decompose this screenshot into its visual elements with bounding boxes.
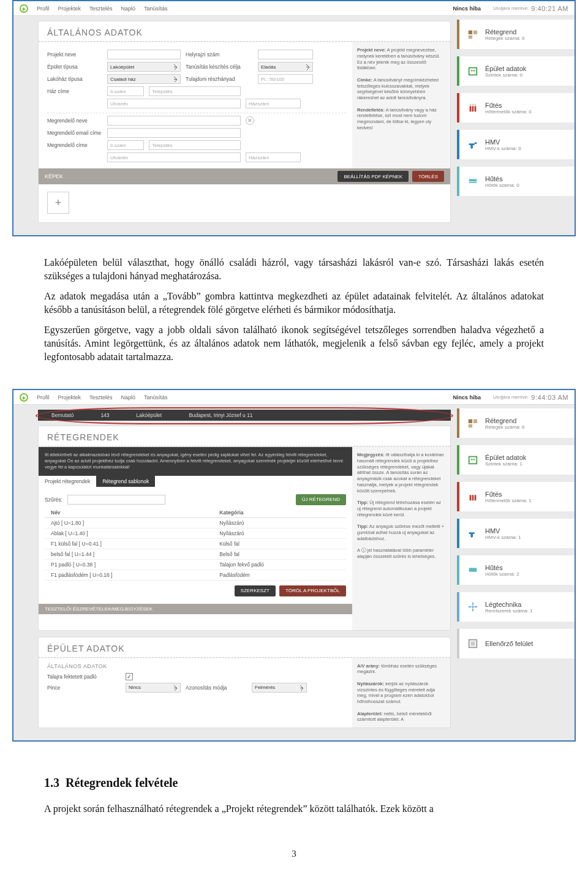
filter-label: Szűrés:: [45, 497, 62, 503]
input-street[interactable]: Utcanév: [107, 99, 241, 108]
svg-rect-6: [470, 106, 472, 111]
building-icon: [467, 65, 479, 77]
select-house-type[interactable]: Családi ház: [107, 74, 181, 84]
svg-rect-18: [470, 495, 472, 500]
delete-button[interactable]: TÖRLÉS: [412, 171, 444, 182]
input-client-name[interactable]: [107, 116, 241, 126]
app-topbar: Profil Projektek Tesztelés Napló Tanúsít…: [13, 1, 575, 16]
menu-item[interactable]: Napló: [121, 394, 136, 400]
select-cellar[interactable]: Nincs: [126, 683, 181, 693]
menu-item[interactable]: Profil: [37, 6, 50, 12]
menu-item[interactable]: Tanúsítás: [144, 6, 168, 12]
nav-ventilation[interactable]: LégtechnikaRendszerek száma: 1: [457, 592, 575, 622]
nav-layers[interactable]: RétegrendRétegek száma: 6: [457, 408, 575, 438]
input-client-zip[interactable]: Ir.szám: [107, 140, 144, 150]
table-header: NévKategória: [45, 508, 346, 518]
svg-rect-1: [473, 31, 477, 34]
svg-rect-3: [469, 68, 477, 75]
input-client-email[interactable]: [107, 128, 241, 138]
form-area: Projekt neve Helyrajzi szám Épület típus…: [39, 42, 352, 168]
tab-project-layers[interactable]: Projekt rétegrendek: [39, 476, 96, 487]
table-row[interactable]: belső fal [ U=1.44 ]Belső fal: [45, 549, 346, 560]
crumb-name: Bemutató: [38, 412, 87, 418]
remove-from-project-button[interactable]: TÖRÖL A PROJEKTBŐL: [279, 585, 346, 596]
input-client-city[interactable]: Település: [149, 140, 241, 150]
label-floor-on-ground: Talajra fektetett padló: [47, 674, 121, 680]
nav-heating[interactable]: FűtésHőtermelők száma: 0: [457, 93, 575, 122]
tap-icon: [467, 527, 479, 539]
svg-rect-5: [473, 70, 475, 71]
paragraph: Lakóépületen belül választhat, hogy önál…: [44, 256, 544, 282]
nav-hmv[interactable]: HMVHMV-k száma: 1: [457, 519, 575, 548]
check-surface-icon: [467, 637, 479, 650]
label-address: Ház címe: [47, 88, 102, 94]
nav-cooling[interactable]: HűtésHűtők száma: 0: [457, 167, 575, 196]
table-row[interactable]: F1 padlásfödém [ U=0.16 ]Padlásfödém: [45, 570, 346, 581]
input-client-houseno[interactable]: Házszám: [246, 152, 301, 162]
nav-hmv[interactable]: HMVHMV-k száma: 0: [457, 130, 575, 159]
label-id-method: Azonosítás módja: [186, 685, 247, 691]
nav-heating[interactable]: FűtésHőtermelők száma: 1: [457, 482, 575, 511]
menu-item[interactable]: Tesztelés: [89, 6, 113, 12]
label-house-type: Lakóház típusa: [47, 76, 102, 82]
label-share: Tulajdoni részhányad: [186, 76, 253, 82]
menu-item[interactable]: Napló: [121, 6, 136, 12]
input-client-street[interactable]: Utcanév: [107, 152, 241, 162]
edit-button[interactable]: SZERKESZT: [235, 585, 276, 596]
input-city[interactable]: Település: [149, 86, 241, 96]
panel-building-data: ÉPÜLET ADATOK ÁLTALÁNOS ADATOK Talajra f…: [38, 637, 451, 729]
tester-notes-bar[interactable]: TESZTELŐI ÉSZREVÉTELEK/MEGJEGYZÉSEK: [39, 604, 352, 614]
intro-text: Itt áttekintheti az alkalmazásban lévő r…: [39, 447, 352, 475]
app-logo-icon[interactable]: [20, 4, 28, 13]
svg-rect-21: [469, 568, 477, 572]
nav-layers[interactable]: RétegrendRétegek száma: 0: [457, 20, 575, 49]
menu-item[interactable]: Profil: [37, 394, 50, 400]
help-sidebar: Projekt neve: A projekt megnevezése, mel…: [352, 42, 450, 168]
input-lot-number[interactable]: [258, 50, 313, 59]
saved-label: Utoljára mentve:: [493, 394, 529, 400]
tab-layer-templates[interactable]: Rétegrend sablonok: [96, 476, 155, 487]
checkbox-floor[interactable]: ✓: [126, 673, 133, 680]
help-sidebar: A/V arány: tömbház esetén szükséges mega…: [352, 658, 450, 728]
section-heading: 1.3 Rétegrendek felvétele: [44, 775, 544, 791]
table-row[interactable]: F1 külső fal [ U=0.41 ]Külső fal: [45, 539, 346, 549]
building-icon: [467, 454, 479, 466]
set-pdf-image-button[interactable]: BEÁLLÍTÁS PDF KÉPNEK: [337, 171, 409, 182]
nav-check[interactable]: Ellenőrző felület: [457, 629, 575, 658]
filter-input[interactable]: [67, 495, 165, 505]
svg-rect-13: [473, 419, 477, 423]
saved-time: 9:40:21 AM: [531, 5, 568, 12]
label-cellar: Pince: [47, 685, 121, 691]
images-title: KÉPEK: [45, 173, 63, 179]
menu-item[interactable]: Tanúsítás: [144, 394, 168, 400]
table-row[interactable]: P1 padló [ U=0.38 ]Talajon fekvő padló: [45, 560, 346, 570]
svg-rect-7: [472, 106, 474, 111]
right-nav: RétegrendRétegek száma: 6 Épület adatokS…: [457, 405, 575, 740]
input-houseno[interactable]: Házszám: [246, 99, 301, 108]
table-row[interactable]: Ajtó [ U=1.80 ]Nyílászáró: [45, 518, 346, 528]
panel-title: ÁLTALÁNOS ADATOK: [39, 21, 450, 42]
heating-icon: [467, 491, 479, 503]
nav-cooling[interactable]: HűtésHűtők száma: 2: [457, 555, 575, 585]
menu-item[interactable]: Tesztelés: [89, 394, 113, 400]
panel-layers: RÉTEGRENDEK Itt áttekintheti az alkalmaz…: [38, 426, 451, 630]
table-row[interactable]: Ablak [ U=1.40 ]Nyílászáró: [45, 528, 346, 539]
nav-building[interactable]: Épület adatokSzintek száma: 0: [457, 56, 575, 86]
new-layer-button[interactable]: ÚJ RÉTEGREND: [296, 494, 346, 505]
select-cert-purpose[interactable]: Eladás: [258, 62, 313, 72]
crumb-type: Lakóépület: [123, 412, 176, 418]
svg-rect-12: [469, 419, 472, 423]
clear-icon[interactable]: ✕: [246, 116, 254, 125]
select-id-method[interactable]: Felmérés: [252, 683, 307, 693]
input-zip[interactable]: Ir.szám: [107, 86, 144, 96]
input-share[interactable]: Pl.: 50/100: [258, 74, 313, 84]
input-project-name[interactable]: [107, 50, 181, 59]
menu-item[interactable]: Projektek: [58, 6, 81, 12]
cooling-icon: [467, 175, 479, 187]
app-logo-icon[interactable]: [20, 393, 28, 402]
svg-rect-17: [473, 459, 475, 460]
add-image-button[interactable]: +: [47, 192, 69, 214]
nav-building[interactable]: Épület adatokSzintek száma: 1: [457, 445, 575, 475]
menu-item[interactable]: Projektek: [58, 394, 81, 400]
select-building-type[interactable]: Lakóépület: [107, 62, 181, 72]
